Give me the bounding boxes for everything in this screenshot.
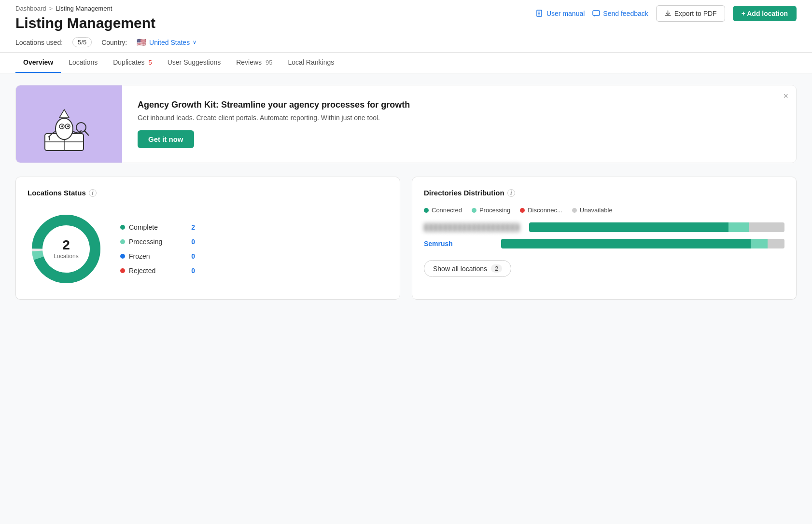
connected-dot: [424, 208, 429, 213]
semrush-unavailable-bar: [768, 239, 784, 248]
donut-center: 2 Locations: [54, 238, 78, 260]
svg-marker-13: [59, 110, 69, 118]
promo-illustration: [33, 93, 105, 155]
export-pdf-label: Export to PDF: [674, 10, 717, 17]
breadcrumb-separator: >: [49, 5, 53, 12]
tab-local-rankings[interactable]: Local Rankings: [280, 53, 342, 73]
unavailable-dot: [572, 208, 577, 213]
donut-center-number: 2: [54, 238, 78, 252]
locations-status-card: Locations Status i 2 Loca: [15, 177, 400, 300]
complete-count: 2: [191, 223, 195, 231]
country-label: Country:: [101, 39, 127, 46]
tab-user-suggestions[interactable]: User Suggestions: [160, 53, 229, 73]
rejected-count: 0: [191, 267, 195, 275]
promo-banner: Agency Growth Kit: Streamline your agenc…: [15, 85, 797, 163]
duplicates-badge: 5: [148, 59, 152, 66]
blurred-unavailable-bar: [749, 222, 784, 232]
promo-description: Get inbound leads. Create client portals…: [138, 114, 781, 122]
user-manual-label: User manual: [546, 10, 585, 17]
dir-processing-label: Processing: [479, 207, 510, 214]
tab-locations[interactable]: Locations: [61, 53, 105, 73]
legend-disconnected: Disconnec...: [520, 207, 562, 214]
directories-legend: Connected Processing Disconnec... Unavai…: [424, 207, 784, 214]
processing-label: Processing: [129, 238, 162, 246]
tab-duplicates[interactable]: Duplicates 5: [105, 53, 160, 73]
header-actions: User manual Send feedback Export to PDF …: [536, 5, 797, 22]
processing-count: 0: [191, 238, 195, 246]
cards-row: Locations Status i 2 Loca: [15, 177, 797, 300]
disconnected-dot: [520, 208, 525, 213]
dir-processing-dot: [472, 208, 476, 213]
svg-point-8: [56, 118, 73, 139]
export-icon: [664, 10, 672, 17]
frozen-label: Frozen: [129, 252, 150, 260]
status-legend: Complete 2 Processing 0: [120, 223, 195, 275]
tab-overview[interactable]: Overview: [15, 53, 61, 73]
legend-unavailable: Unavailable: [572, 207, 613, 214]
reviews-badge: 95: [266, 59, 272, 66]
donut-center-label: Locations: [54, 253, 78, 260]
send-feedback-label: Send feedback: [603, 10, 648, 17]
connected-label: Connected: [432, 207, 462, 214]
semrush-connected-bar: [501, 239, 751, 248]
legend-item-complete: Complete 2: [120, 223, 195, 231]
export-pdf-button[interactable]: Export to PDF: [656, 5, 725, 22]
user-manual-button[interactable]: User manual: [536, 10, 585, 17]
promo-title: Agency Growth Kit: Streamline your agenc…: [138, 100, 781, 110]
locations-status-info-icon[interactable]: i: [89, 189, 97, 197]
country-flag: 🇺🇸: [137, 38, 146, 47]
legend-item-frozen: Frozen 0: [120, 252, 195, 260]
show-all-locations-button[interactable]: Show all locations 2: [424, 260, 511, 277]
breadcrumb: Dashboard > Listing Management: [15, 5, 155, 12]
complete-label: Complete: [129, 223, 158, 231]
tabs-bar: Overview Locations Duplicates 5 User Sug…: [0, 53, 812, 73]
complete-dot: [120, 225, 125, 230]
svg-rect-4: [593, 11, 600, 15]
breadcrumb-current: Listing Management: [56, 5, 112, 12]
show-all-count: 2: [491, 264, 502, 273]
donut-chart: 2 Locations: [28, 210, 105, 288]
directories-info-icon[interactable]: i: [507, 189, 515, 197]
close-promo-button[interactable]: ×: [783, 91, 788, 101]
add-location-button[interactable]: + Add location: [733, 6, 797, 21]
rejected-label: Rejected: [129, 267, 155, 275]
show-all-label: Show all locations: [433, 265, 487, 273]
main-content: Agency Growth Kit: Streamline your agenc…: [0, 73, 812, 311]
country-name: United States: [149, 39, 190, 46]
rejected-dot: [120, 268, 125, 273]
chevron-down-icon: ∨: [193, 39, 196, 45]
legend-item-rejected: Rejected 0: [120, 267, 195, 275]
locations-status-body: 2 Locations Complete 2: [28, 207, 388, 288]
send-feedback-button[interactable]: Send feedback: [592, 10, 648, 17]
tab-reviews[interactable]: Reviews 95: [228, 53, 280, 73]
disconnected-label: Disconnec...: [528, 207, 562, 214]
processing-dot: [120, 239, 125, 244]
meta-row: Locations used: 5/5 Country: 🇺🇸 United S…: [15, 37, 797, 52]
blurred-directory-name: ████████████████████: [424, 223, 519, 231]
blurred-bar-track: [529, 222, 784, 232]
blurred-processing-bar: [728, 222, 749, 232]
promo-cta-button[interactable]: Get it now: [138, 130, 194, 148]
directories-title: Directories Distribution i: [424, 189, 784, 197]
locations-used-badge: 5/5: [72, 37, 92, 47]
page-title: Listing Management: [15, 15, 155, 37]
breadcrumb-parent[interactable]: Dashboard: [15, 5, 46, 12]
directory-row-semrush: Semrush: [424, 239, 784, 248]
locations-status-title: Locations Status i: [28, 189, 388, 197]
semrush-directory-name[interactable]: Semrush: [424, 240, 491, 248]
locations-used-label: Locations used:: [15, 39, 63, 46]
legend-processing: Processing: [472, 207, 510, 214]
semrush-bar-track: [501, 239, 784, 248]
svg-line-15: [84, 131, 88, 135]
frozen-count: 0: [191, 252, 195, 260]
book-icon: [536, 10, 544, 17]
directories-card: Directories Distribution i Connected Pro…: [412, 177, 797, 300]
directory-row-blurred: ████████████████████: [424, 222, 784, 232]
country-selector[interactable]: 🇺🇸 United States ∨: [137, 38, 196, 47]
legend-item-processing: Processing 0: [120, 238, 195, 246]
chat-icon: [592, 10, 600, 17]
blurred-connected-bar: [529, 222, 728, 232]
promo-artwork: [16, 85, 122, 163]
svg-point-12: [67, 125, 69, 127]
frozen-dot: [120, 254, 125, 259]
